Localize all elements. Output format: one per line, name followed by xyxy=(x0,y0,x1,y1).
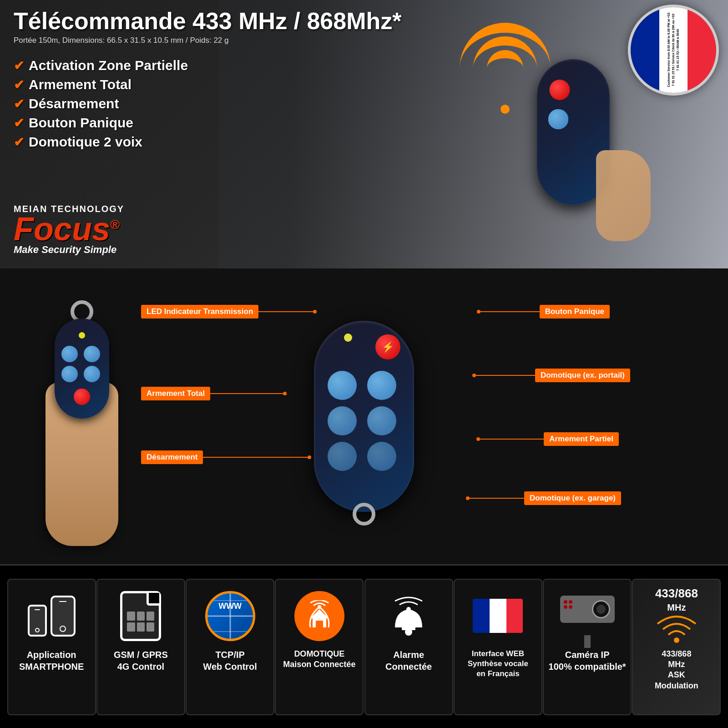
ask-dot xyxy=(674,637,679,643)
sim-contacts xyxy=(127,612,154,632)
panic-button-top xyxy=(550,80,570,100)
badge-tcp-icon-area: WWW xyxy=(203,589,258,643)
ask-arc-2 xyxy=(663,624,690,629)
globe-icon: WWW xyxy=(205,591,255,641)
badge-smartphone-label: Application SMARTPHONE xyxy=(19,649,84,672)
check-icon-3: ✔ xyxy=(14,96,24,111)
check-icon-2: ✔ xyxy=(14,77,24,92)
mid-section: ⚡ LED Indicateur Transmission xyxy=(0,268,728,564)
badge-alarme: Alarme Connectée xyxy=(364,579,453,715)
small-btn-3 xyxy=(61,366,78,382)
ir-led-3 xyxy=(564,605,567,609)
phone-home-s xyxy=(35,628,40,632)
hand-keychain-left xyxy=(18,282,146,551)
badge-domotique: DOMOTIQUE Maison Connectée xyxy=(275,579,364,715)
diagram-container: ⚡ LED Indicateur Transmission xyxy=(0,268,728,564)
badge-interface-label: Interface WEB Synthèse vocale en Françai… xyxy=(468,649,528,679)
mhz-unit: MHz xyxy=(667,602,686,612)
badge-smartphone-icon-area xyxy=(24,589,79,643)
panic-btn-diag: ⚡ xyxy=(375,334,400,359)
sim-c1 xyxy=(127,612,135,621)
label-arm-box: Armement Total xyxy=(141,387,210,400)
label-domo2: Domotique (ex. garage) xyxy=(466,491,621,505)
camera-lens xyxy=(592,600,610,618)
badge-camera-icon-area xyxy=(560,589,615,643)
camera-assembly xyxy=(560,596,615,637)
label-domo1-line xyxy=(476,375,535,376)
house-door xyxy=(316,621,323,627)
led-indicator xyxy=(344,334,352,342)
keyring-diag xyxy=(353,503,375,526)
ir-leds xyxy=(564,600,572,609)
mhz-icon-group: 433/868MHz xyxy=(654,587,699,645)
diag-btn-4 xyxy=(367,406,396,435)
small-led xyxy=(79,332,85,339)
bell-svg xyxy=(386,591,431,641)
flag-s-white xyxy=(490,599,506,633)
badge-gsm: GSM / GPRS 4G Control xyxy=(96,579,185,715)
phone-icon-large xyxy=(51,596,76,637)
label-disarm-box: Désarmement xyxy=(141,450,203,464)
arc-top-2 xyxy=(310,600,329,603)
focus-text: Focus xyxy=(14,211,110,247)
badge-interface-icon-area xyxy=(470,589,525,643)
badge-modulation-label: 433/868 MHz ASK Modulation xyxy=(655,649,698,692)
phone-speaker-l xyxy=(59,601,66,602)
badge-domotique-icon-area xyxy=(292,589,347,643)
label-led: LED Indicateur Transmission xyxy=(141,305,317,318)
label-domo2-line xyxy=(470,498,524,499)
badge-domotique-label: DOMOTIQUE Maison Connectée xyxy=(283,649,355,670)
sim-c3 xyxy=(147,612,154,621)
feature-5-label: Domotique 2 voix xyxy=(29,134,142,150)
phone-speaker-s xyxy=(35,609,40,610)
ir-led-1 xyxy=(564,600,567,604)
label-arm-line xyxy=(210,393,283,394)
label-part-dot xyxy=(476,437,480,441)
small-remote-body xyxy=(55,318,109,419)
small-btn-panic xyxy=(74,389,90,405)
service-text: Customer Service from 8.00 AM to 8.00 PM… xyxy=(665,9,682,91)
label-disarm-dot xyxy=(308,455,311,459)
bell-arc-1 xyxy=(399,602,418,605)
subtitle: Portée 150m, Dimensions: 66.5 x 31.5 x 1… xyxy=(14,36,714,45)
feature-2-label: Armement Total xyxy=(29,77,131,92)
phone-icon-small xyxy=(28,605,47,637)
sim-card-icon xyxy=(120,591,161,641)
small-buttons-grid xyxy=(61,346,102,382)
bell-mount xyxy=(406,607,411,612)
label-part: Armement Partiel xyxy=(476,432,619,446)
badge-gsm-label: GSM / GPRS 4G Control xyxy=(114,649,168,672)
label-arm: Armement Total xyxy=(141,387,287,400)
badge-interface: Interface WEB Synthèse vocale en Françai… xyxy=(454,579,542,715)
check-icon-1: ✔ xyxy=(14,58,24,73)
sim-c5 xyxy=(137,622,145,632)
label-domo1-box: Domotique (ex. portail) xyxy=(535,369,630,382)
button-grid-diag xyxy=(328,371,400,471)
french-flag-circle: Customer Service from 8.00 AM to 8.00 PM… xyxy=(628,5,719,96)
camera-mount xyxy=(584,635,591,648)
badge-camera: Caméra IP 100% compatible* xyxy=(543,579,632,715)
flag-badge-group xyxy=(473,599,523,633)
label-panic-dot xyxy=(477,310,480,313)
diag-btn-5 xyxy=(328,442,357,471)
flag-s-red xyxy=(506,599,523,633)
camera-lens-inner xyxy=(597,605,606,614)
main-title: Télécommande 433 MHz / 868Mhz* xyxy=(14,8,714,34)
badge-smartphone: Application SMARTPHONE xyxy=(7,579,96,715)
feature-1-label: Activation Zone Partielle xyxy=(29,58,188,73)
diag-btn-1 xyxy=(328,371,357,400)
sim-c6 xyxy=(147,622,154,632)
badge-tcp-label: TCP/IP Web Control xyxy=(203,649,257,672)
home-svg xyxy=(303,600,335,632)
diagram-remote: ⚡ xyxy=(314,321,414,512)
top-section: Customer Service from 8.00 AM to 8.00 PM… xyxy=(0,0,728,268)
label-arm-dot xyxy=(283,392,287,395)
label-led-dot xyxy=(313,310,317,313)
phones-group xyxy=(28,596,76,637)
home-icon xyxy=(294,591,344,641)
small-btn-1 xyxy=(61,346,78,362)
registered-mark: ® xyxy=(110,217,120,232)
flag-s-blue xyxy=(473,599,490,633)
check-icon-4: ✔ xyxy=(14,116,24,131)
label-panic-line xyxy=(480,311,540,312)
